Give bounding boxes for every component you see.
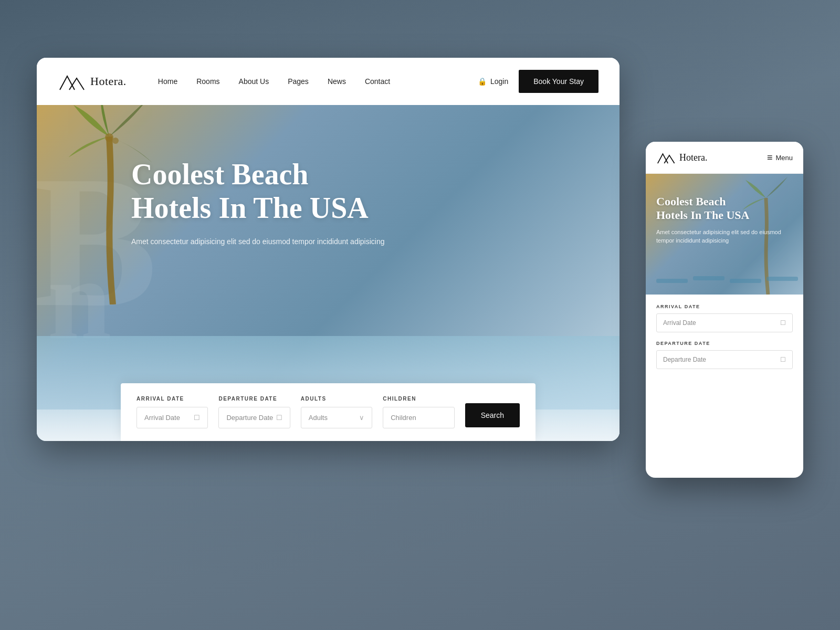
mobile-hero: Coolest Beach Hotels In The USA Amet con…: [646, 174, 803, 295]
mobile-menu-button[interactable]: ≡ Menu: [767, 152, 793, 163]
desktop-logo-text: Hotera.: [90, 75, 127, 88]
mobile-booking: ARRIVAL DATE Arrival Date ☐ DEPARTURE DA…: [646, 295, 803, 387]
calendar-icon: ☐: [194, 414, 200, 422]
desktop-hero: B n Coolest Beach: [37, 105, 620, 441]
nav-item-about[interactable]: About Us: [239, 77, 269, 86]
scene: Hotera. Home Rooms About Us Pages News C…: [37, 58, 803, 572]
desktop-nav-right: 🔒 Login Book Your Stay: [478, 70, 598, 93]
desktop-logo-area: Hotera.: [58, 71, 127, 92]
nav-item-news[interactable]: News: [328, 77, 346, 86]
logo-icon: [58, 71, 85, 92]
arrival-field: ARRIVAL DATE Arrival Date ☐: [136, 396, 208, 428]
mobile-calendar-icon-2: ☐: [780, 356, 786, 363]
hero-subtitle: Amet consectetur adipisicing elit sed do…: [131, 236, 404, 247]
mobile-arrival-input[interactable]: Arrival Date ☐: [656, 313, 793, 332]
nav-item-home[interactable]: Home: [158, 77, 177, 86]
svg-rect-4: [730, 279, 761, 283]
svg-rect-2: [656, 279, 688, 283]
nav-item-pages[interactable]: Pages: [288, 77, 309, 86]
mobile-logo-icon: [656, 150, 675, 165]
login-button[interactable]: 🔒 Login: [478, 77, 508, 86]
departure-field: DEPARTURE DATE Departure Date ☐: [218, 396, 290, 428]
hero-content: Coolest Beach Hotels In The USA Amet con…: [37, 105, 620, 247]
mobile-departure-label: DEPARTURE DATE: [656, 341, 793, 346]
mobile-card: Hotera. ≡ Menu: [646, 142, 803, 478]
hero-title: Coolest Beach Hotels In The USA: [131, 158, 588, 225]
arrival-input[interactable]: Arrival Date ☐: [136, 407, 208, 428]
mobile-hero-content: Coolest Beach Hotels In The USA Amet con…: [646, 174, 803, 245]
desktop-booking-bar: ARRIVAL DATE Arrival Date ☐ DEPARTURE DA…: [37, 383, 620, 441]
mobile-logo-text: Hotera.: [679, 152, 707, 163]
mobile-arrival-label: ARRIVAL DATE: [656, 304, 793, 309]
desktop-navbar: Hotera. Home Rooms About Us Pages News C…: [37, 58, 620, 105]
adults-input[interactable]: Adults ∨: [301, 407, 372, 428]
mobile-pool-icon: [646, 253, 803, 295]
mobile-navbar: Hotera. ≡ Menu: [646, 142, 803, 174]
adults-field: ADULTS Adults ∨: [301, 396, 372, 428]
departure-label: DEPARTURE DATE: [218, 396, 290, 402]
children-label: CHILDREN: [383, 396, 454, 402]
nav-item-rooms[interactable]: Rooms: [196, 77, 219, 86]
arrival-label: ARRIVAL DATE: [136, 396, 208, 402]
mobile-hero-title: Coolest Beach Hotels In The USA: [656, 195, 793, 223]
adults-label: ADULTS: [301, 396, 372, 402]
lock-icon: 🔒: [478, 77, 487, 86]
mobile-calendar-icon: ☐: [780, 319, 786, 327]
desktop-nav-links: Home Rooms About Us Pages News Contact: [158, 77, 478, 86]
desktop-card: Hotera. Home Rooms About Us Pages News C…: [37, 58, 620, 441]
nav-item-contact[interactable]: Contact: [365, 77, 390, 86]
svg-rect-5: [766, 277, 798, 281]
search-button[interactable]: Search: [465, 403, 520, 427]
mobile-logo-area: Hotera.: [656, 150, 707, 165]
mobile-hero-subtitle: Amet consectetur adipisicing elit sed do…: [656, 228, 793, 245]
children-field: CHILDREN Children: [383, 396, 454, 428]
departure-input[interactable]: Departure Date ☐: [218, 407, 290, 428]
booking-bar-inner: ARRIVAL DATE Arrival Date ☐ DEPARTURE DA…: [121, 383, 536, 441]
calendar-icon-2: ☐: [276, 414, 282, 422]
mobile-departure-input[interactable]: Departure Date ☐: [656, 350, 793, 369]
hamburger-icon: ≡: [767, 152, 773, 163]
chevron-down-icon: ∨: [359, 414, 364, 422]
mobile-departure-field: DEPARTURE DATE Departure Date ☐: [656, 341, 793, 369]
svg-rect-3: [693, 276, 724, 280]
mobile-arrival-field: ARRIVAL DATE Arrival Date ☐: [656, 304, 793, 332]
children-input[interactable]: Children: [383, 407, 454, 428]
book-stay-button[interactable]: Book Your Stay: [519, 70, 598, 93]
